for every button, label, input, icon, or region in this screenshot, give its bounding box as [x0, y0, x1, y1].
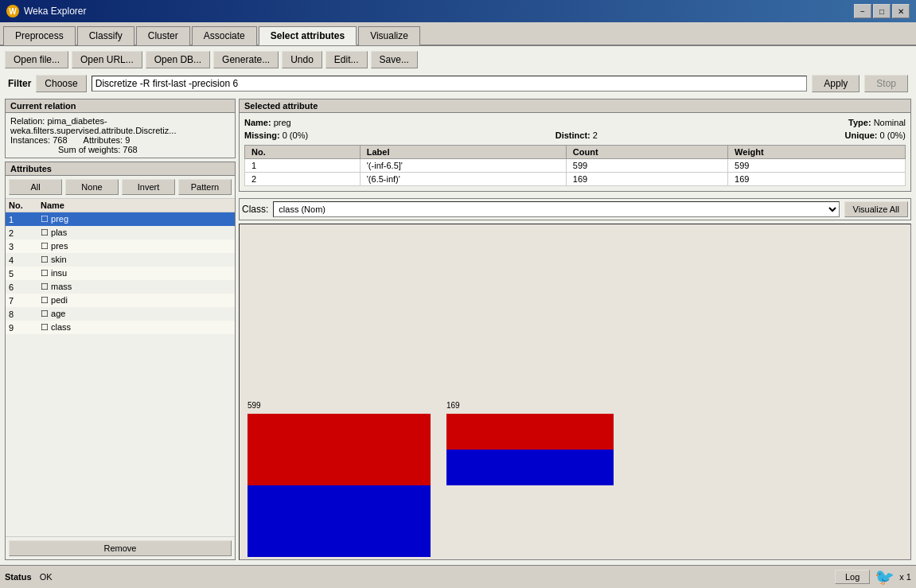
attr-no-2: 2: [9, 228, 41, 238]
weka-bird-icon: 🐦: [875, 567, 895, 586]
open-url-button[interactable]: Open URL...: [72, 51, 142, 68]
apply-button[interactable]: Apply: [812, 75, 859, 92]
row2-weight: 169: [728, 173, 906, 186]
row1-no: 1: [245, 159, 361, 173]
chart1-bar-red: [248, 414, 431, 485]
attr-row-8[interactable]: 8 ☐ age: [6, 307, 235, 321]
attr-row-1[interactable]: 1 ☐ preg: [6, 212, 235, 226]
attr-row-5[interactable]: 5 ☐ insu: [6, 267, 235, 280]
chart2-bar: [446, 414, 614, 485]
status-right: Log 🐦 x 1: [835, 567, 911, 586]
attr-name-8: ☐ age: [41, 309, 232, 319]
status-label: Status: [5, 572, 32, 582]
chart-group-2: 169: [446, 404, 614, 551]
right-panel: Selected attribute Name: preg Type: Nomi…: [239, 99, 911, 560]
class-row: Class: class (Nom) Visualize All: [239, 198, 911, 220]
edit-button[interactable]: Edit...: [325, 51, 368, 68]
visualize-all-button[interactable]: Visualize All: [844, 201, 909, 217]
tab-cluster[interactable]: Cluster: [136, 26, 190, 45]
main-split: Current relation Relation: pima_diabetes…: [5, 99, 911, 560]
tab-associate[interactable]: Associate: [192, 26, 257, 45]
col-count: Count: [566, 146, 727, 159]
attr-row-2[interactable]: 2 ☐ plas: [6, 226, 235, 239]
row1-weight: 599: [728, 159, 906, 173]
attr-no-1: 1: [9, 215, 41, 224]
attr-row-6[interactable]: 6 ☐ mass: [6, 280, 235, 294]
class-select[interactable]: class (Nom): [273, 201, 839, 217]
attr-no-7: 7: [9, 296, 41, 306]
attr-list: 1 ☐ preg 2 ☐ plas 3 ☐ pres 4: [6, 212, 235, 536]
attr-no-5: 5: [9, 269, 41, 278]
open-file-button[interactable]: Open file...: [5, 51, 68, 68]
multiplier-label: x 1: [899, 572, 911, 582]
save-button[interactable]: Save...: [371, 51, 418, 68]
invert-button[interactable]: Invert: [122, 179, 175, 195]
attr-row-4[interactable]: 4 ☐ skin: [6, 253, 235, 267]
attr-row-3[interactable]: 3 ☐ pres: [6, 239, 235, 253]
name-column-header: Name: [41, 201, 232, 210]
relation-label: Relation: pima_diabetes-weka.filters.sup…: [10, 116, 230, 135]
filter-row: Filter Choose Apply Stop: [5, 72, 911, 95]
title-bar-left: W Weka Explorer: [6, 5, 86, 18]
log-button[interactable]: Log: [835, 570, 870, 584]
remove-btn-row: Remove: [6, 536, 235, 559]
minimize-button[interactable]: −: [854, 4, 871, 18]
col-weight: Weight: [728, 146, 906, 159]
attr-table-header: No. Name: [6, 199, 235, 212]
selected-attr-header: Selected attribute: [240, 99, 910, 113]
none-button[interactable]: None: [65, 179, 119, 195]
filter-input[interactable]: [92, 76, 808, 92]
attributes-header: Attributes: [6, 162, 235, 176]
row1-label: '(-inf-6.5]': [360, 159, 566, 173]
row2-no: 2: [245, 173, 361, 186]
attr-name-5: ☐ insu: [41, 268, 232, 278]
stop-button[interactable]: Stop: [864, 75, 908, 92]
app-title: Weka Explorer: [24, 6, 86, 17]
all-button[interactable]: All: [9, 179, 62, 195]
attr-data-table: No. Label Count Weight 1 '(-inf-6.5]': [244, 145, 906, 186]
generate-button[interactable]: Generate...: [213, 51, 279, 68]
status-left: Status OK: [5, 572, 53, 582]
close-button[interactable]: ✕: [892, 4, 910, 18]
current-relation-header: Current relation: [6, 99, 235, 113]
sum-weights-row: Sum of weights: 768: [10, 145, 230, 154]
no-column-header: No.: [9, 201, 41, 210]
undo-button[interactable]: Undo: [282, 51, 322, 68]
attr-name-9: ☐ class: [41, 322, 232, 333]
choose-filter-button[interactable]: Choose: [36, 75, 86, 92]
col-label: Label: [360, 146, 566, 159]
current-relation-content: Relation: pima_diabetes-weka.filters.sup…: [6, 113, 235, 158]
tab-select-attributes[interactable]: Select attributes: [259, 26, 357, 45]
chart2-bar-blue: [446, 450, 614, 485]
current-relation-box: Current relation Relation: pima_diabetes…: [5, 99, 236, 158]
chart-group-1: 599: [248, 404, 431, 551]
row2-count: 169: [566, 173, 727, 186]
open-db-button[interactable]: Open DB...: [146, 51, 210, 68]
maximize-button[interactable]: □: [873, 4, 891, 18]
tab-preprocess[interactable]: Preprocess: [3, 26, 76, 45]
title-bar: W Weka Explorer − □ ✕: [0, 0, 916, 22]
attr-row-9[interactable]: 9 ☐ class: [6, 321, 235, 334]
status-value: OK: [40, 572, 53, 582]
col-no: No.: [245, 146, 361, 159]
table-row-2: 2 '(6.5-inf)' 169 169: [245, 173, 906, 186]
attr-buttons: All None Invert Pattern: [6, 176, 235, 199]
attr-distinct: Distinct: 2: [555, 130, 598, 140]
status-bar: Status OK Log 🐦 x 1: [0, 565, 916, 588]
attributes-panel: Attributes All None Invert Pattern No. N…: [5, 162, 236, 560]
table-row-1: 1 '(-inf-6.5]' 599 599: [245, 159, 906, 173]
filter-label: Filter: [8, 78, 31, 89]
selected-attr-content: Name: preg Type: Nominal Missing: 0 (0%)…: [240, 113, 910, 191]
attributes-info: Attributes: 9: [84, 135, 131, 145]
attr-row-7[interactable]: 7 ☐ pedi: [6, 294, 235, 307]
attr-missing: Missing: 0 (0%): [244, 130, 308, 140]
row2-label: '(6.5-inf)': [360, 173, 566, 186]
tab-classify[interactable]: Classify: [77, 26, 134, 45]
attr-name-1: ☐ preg: [41, 214, 232, 224]
tab-visualize[interactable]: Visualize: [358, 26, 420, 45]
class-label: Class:: [242, 204, 268, 215]
pattern-button[interactable]: Pattern: [178, 179, 232, 195]
title-bar-controls[interactable]: − □ ✕: [854, 4, 910, 18]
attr-no-8: 8: [9, 310, 41, 319]
remove-button[interactable]: Remove: [9, 540, 232, 556]
